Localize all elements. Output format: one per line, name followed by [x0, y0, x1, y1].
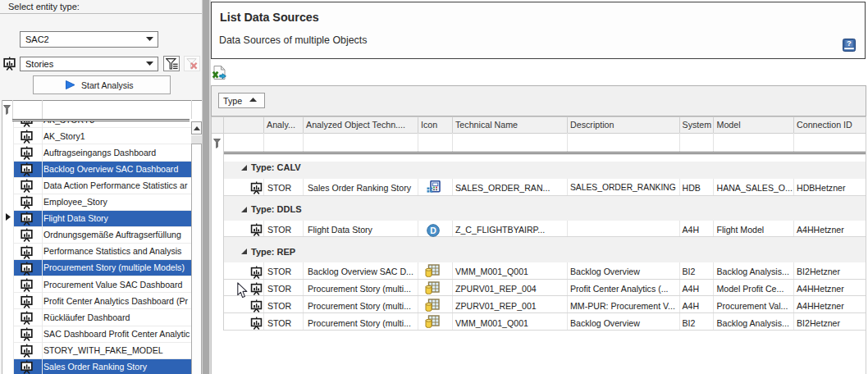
svg-text:?: ?	[847, 39, 852, 48]
svg-text:D: D	[430, 226, 436, 235]
